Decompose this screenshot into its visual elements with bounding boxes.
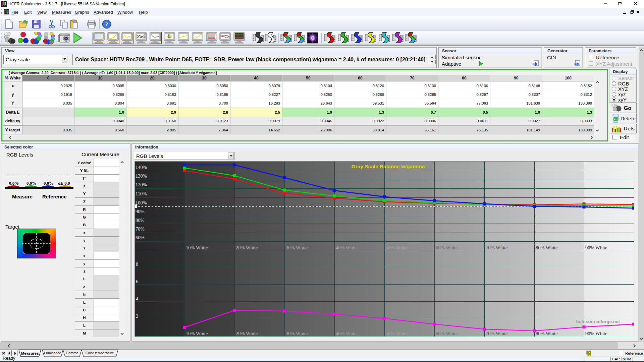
svg-text:90% White: 90% White bbox=[585, 331, 607, 336]
svg-text:Luminance: Luminance bbox=[44, 351, 61, 355]
svg-text:80% White: 80% White bbox=[536, 245, 557, 250]
svg-text:80%: 80% bbox=[136, 218, 145, 223]
svg-text:140%: 140% bbox=[136, 165, 147, 170]
svg-text:120%: 120% bbox=[136, 182, 147, 187]
svg-text:40% White: 40% White bbox=[336, 245, 358, 250]
svg-text:50% White: 50% White bbox=[386, 245, 408, 250]
svg-text:50% White: 50% White bbox=[386, 331, 408, 336]
svg-text:10% White: 10% White bbox=[186, 331, 208, 336]
svg-text:20% White: 20% White bbox=[236, 331, 258, 336]
svg-text:70% White: 70% White bbox=[486, 331, 507, 336]
svg-text:?: ? bbox=[105, 21, 108, 27]
svg-text:70% White: 70% White bbox=[486, 245, 507, 250]
svg-text:60%: 60% bbox=[136, 235, 145, 240]
svg-text:90% White: 90% White bbox=[585, 245, 607, 250]
svg-text:20% White: 20% White bbox=[236, 245, 258, 250]
svg-text:60% White: 60% White bbox=[436, 331, 458, 336]
svg-text:130%: 130% bbox=[136, 173, 147, 179]
svg-text:Measures: Measures bbox=[21, 351, 39, 355]
svg-text:Gray Scale Balance w/gamma: Gray Scale Balance w/gamma bbox=[352, 164, 425, 169]
svg-text:Gamma: Gamma bbox=[66, 351, 78, 355]
svg-text:4: 4 bbox=[136, 296, 139, 301]
svg-text:90%: 90% bbox=[136, 209, 145, 214]
svg-text:30% White: 30% White bbox=[286, 245, 308, 250]
svg-text:30% White: 30% White bbox=[286, 331, 308, 336]
svg-text:110%: 110% bbox=[136, 191, 147, 196]
svg-text:70%: 70% bbox=[136, 226, 145, 232]
svg-text:80% White: 80% White bbox=[536, 331, 557, 336]
svg-text:Color temperature: Color temperature bbox=[86, 351, 114, 355]
svg-text:8: 8 bbox=[136, 261, 138, 267]
svg-text:2: 2 bbox=[136, 313, 138, 319]
svg-text:60% White: 60% White bbox=[436, 245, 458, 250]
svg-text:hcfr.sourceforge.net: hcfr.sourceforge.net bbox=[576, 319, 620, 324]
svg-text:100%: 100% bbox=[136, 200, 147, 205]
svg-text:6: 6 bbox=[136, 279, 138, 284]
svg-text:10% White: 10% White bbox=[186, 245, 208, 250]
svg-text:40% White: 40% White bbox=[336, 331, 358, 336]
